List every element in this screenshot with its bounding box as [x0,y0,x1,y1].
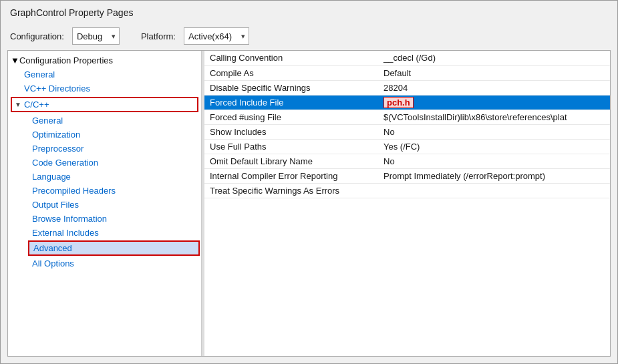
platform-label: Platform: [141,31,176,41]
config-select-wrapper[interactable]: Debug [72,27,120,45]
sidebar-item-cpp-general[interactable]: General [8,114,201,128]
prop-value: Default [378,65,610,80]
prop-value: Yes (/FC) [378,139,610,154]
sidebar-item-optimization[interactable]: Optimization [8,128,201,142]
prop-value: __cdecl (/Gd) [378,51,610,65]
sidebar-item-external-includes[interactable]: External Includes [8,226,201,240]
prop-name: Internal Compiler Error Reporting [204,168,378,183]
platform-select[interactable]: Active(x64) [184,27,249,45]
table-row[interactable]: Calling Convention__cdecl (/Gd) [204,51,610,65]
prop-name: Use Full Paths [204,139,378,154]
sidebar-item-precompiled-headers[interactable]: Precompiled Headers [8,184,201,198]
sidebar-item-label: Code Generation [32,158,98,168]
sidebar-item-preprocessor[interactable]: Preprocessor [8,142,201,156]
prop-name: Compile As [204,65,378,80]
config-label: Configuration: [10,31,64,41]
sidebar-item-label: Preprocessor [32,144,84,154]
sidebar-item-label: General [32,116,63,126]
dialog-title: GraphControl Property Pages [10,7,133,18]
table-row[interactable]: Use Full PathsYes (/FC) [204,139,610,154]
sidebar-item-advanced[interactable]: Advanced [28,240,200,256]
sidebar-item-label: Browse Information [32,214,107,224]
sidebar-item-general-top[interactable]: General [8,67,201,81]
prop-name: Calling Convention [204,51,378,65]
config-select[interactable]: Debug [72,27,120,45]
prop-name: Disable Specific Warnings [204,80,378,95]
prop-value: 28204 [378,80,610,95]
sidebar-item-label: Output Files [32,200,79,210]
prop-value: pch.h [378,95,610,110]
sidebar-config-properties[interactable]: ▼ Configuration Properties [8,53,201,67]
sidebar-item-output-files[interactable]: Output Files [8,198,201,212]
dialog: GraphControl Property Pages Configuratio… [0,0,618,364]
sidebar-item-browse-information[interactable]: Browse Information [8,212,201,226]
title-bar: GraphControl Property Pages [1,1,617,22]
table-row[interactable]: Compile AsDefault [204,65,610,80]
table-row[interactable]: Disable Specific Warnings28204 [204,80,610,95]
sidebar-item-label: Advanced [33,243,72,253]
table-row[interactable]: Forced Include Filepch.h [204,95,610,110]
sidebar-item-code-generation[interactable]: Code Generation [8,156,201,170]
sidebar-item-label: VC++ Directories [24,83,90,94]
expand-icon: ▼ [11,55,19,65]
sidebar-item-label: Optimization [32,130,80,140]
properties-table: Calling Convention__cdecl (/Gd)Compile A… [204,51,610,198]
sidebar-item-vc-directories[interactable]: VC++ Directories [8,81,201,96]
sidebar-item-label: All Options [32,258,74,268]
prop-value: $(VCToolsInstallDir)lib\x86\store\refere… [378,110,610,124]
sidebar-item-label: External Includes [32,228,99,238]
table-row[interactable]: Show IncludesNo [204,124,610,139]
config-row: Configuration: Debug Platform: Active(x6… [1,22,617,50]
sidebar-item-label: Language [32,172,71,182]
prop-value: No [378,124,610,139]
sidebar-item-label: Precompiled Headers [32,186,116,196]
prop-value: No [378,154,610,168]
content-panel: Calling Convention__cdecl (/Gd)Compile A… [204,51,610,356]
prop-name: Omit Default Library Name [204,154,378,168]
sidebar: ▼ Configuration Properties General VC++ … [8,51,202,356]
sidebar-item-all-options[interactable]: All Options [8,256,201,270]
prop-name: Treat Specific Warnings As Errors [204,183,378,198]
prop-name: Show Includes [204,124,378,139]
config-properties-label: Configuration Properties [19,55,113,65]
cpp-label: C/C++ [24,100,49,110]
sidebar-item-label: General [24,69,55,79]
table-row[interactable]: Omit Default Library NameNo [204,154,610,168]
prop-name: Forced #using File [204,110,378,124]
sidebar-item-language[interactable]: Language [8,170,201,184]
cpp-expand-icon: ▼ [15,101,21,108]
main-content: ▼ Configuration Properties General VC++ … [7,50,611,357]
sidebar-cpp-header[interactable]: ▼ C/C++ [11,97,198,112]
table-row[interactable]: Treat Specific Warnings As Errors [204,183,610,198]
platform-select-wrapper[interactable]: Active(x64) [184,27,249,45]
table-row[interactable]: Internal Compiler Error ReportingPrompt … [204,168,610,183]
prop-value: Prompt Immediately (/errorReport:prompt) [378,168,610,183]
table-row[interactable]: Forced #using File$(VCToolsInstallDir)li… [204,110,610,124]
prop-name: Forced Include File [204,95,378,110]
prop-value [378,183,610,198]
